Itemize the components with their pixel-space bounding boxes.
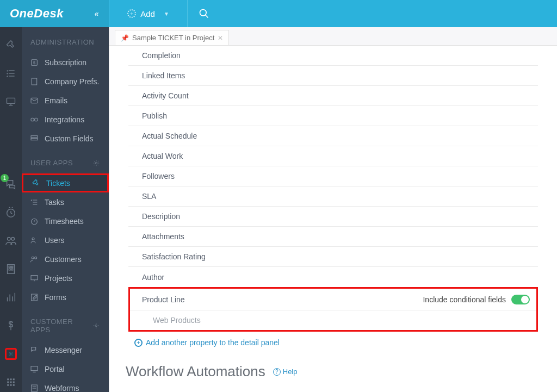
svg-rect-27 — [10, 378, 12, 380]
field-label: Satisfaction Rating — [142, 252, 206, 261]
add-label: Add — [140, 9, 155, 18]
field-row[interactable]: Actual Schedule — [128, 126, 538, 146]
svg-point-53 — [35, 257, 37, 259]
rail-screen-icon[interactable] — [5, 96, 17, 108]
sidebar-item-messenger[interactable]: Messenger — [22, 340, 109, 359]
field-row[interactable]: Publish — [128, 106, 538, 126]
sidebar-item-custom-fields[interactable]: Custom Fields — [22, 129, 109, 148]
sidebar-item-users[interactable]: Users — [22, 231, 109, 250]
sidebar-item-forms[interactable]: Forms — [22, 288, 109, 307]
rail-apps-icon[interactable] — [5, 376, 17, 388]
field-row[interactable]: Linked Items — [128, 66, 538, 86]
gear-icon[interactable] — [92, 159, 100, 167]
checklist-icon — [29, 197, 39, 207]
svg-rect-28 — [13, 378, 15, 380]
sidebar-item-company[interactable]: Company Prefs. — [22, 72, 109, 91]
sidebar-item-label: Customers — [45, 255, 82, 264]
field-row[interactable]: Completion — [128, 46, 538, 66]
conditional-fields-label: Include conditional fields — [423, 295, 506, 304]
link-icon — [29, 115, 39, 125]
conditional-subfield-row[interactable]: Web Products — [130, 310, 536, 330]
field-row[interactable]: Attachments — [128, 227, 538, 247]
close-icon[interactable]: ✕ — [218, 34, 223, 42]
field-label: Actual Schedule — [142, 132, 197, 140]
field-row[interactable]: SLA — [128, 186, 538, 207]
content: Completion Linked Items Activity Count P… — [109, 46, 557, 392]
tab-sample-ticket[interactable]: 📌 Sample TICKET in Project ✕ — [115, 30, 229, 45]
svg-point-45 — [95, 162, 97, 164]
rail-users-icon[interactable] — [5, 235, 17, 247]
field-label: Linked Items — [142, 71, 185, 80]
field-row[interactable]: Actual Work — [128, 146, 538, 166]
sidebar-item-tickets[interactable]: Tickets — [22, 173, 109, 192]
field-row[interactable]: Description — [128, 207, 538, 227]
tab-title: Sample TICKET in Project — [132, 34, 214, 42]
svg-rect-44 — [31, 138, 38, 140]
rail-settings-icon[interactable] — [5, 348, 17, 360]
monitor-icon — [29, 364, 39, 374]
svg-line-12 — [12, 207, 13, 208]
sidebar-item-label: Tickets — [46, 179, 70, 188]
svg-rect-37 — [32, 78, 36, 85]
plus-circle-icon: + — [134, 339, 143, 347]
rail-finance-icon[interactable] — [5, 320, 17, 332]
projects-icon — [29, 273, 39, 283]
conditional-fields-toggle[interactable] — [511, 295, 530, 304]
sidebar-item-projects[interactable]: Projects — [22, 269, 109, 288]
sidebar-item-subscription[interactable]: $Subscription — [22, 53, 109, 72]
sidebar-item-label: Integrations — [45, 115, 84, 124]
sidebar-item-customers[interactable]: Customers — [22, 250, 109, 269]
highlighted-field-product-line: Product Line Include conditional fields … — [128, 287, 538, 332]
users-icon — [29, 235, 39, 245]
sidebar-item-label: Projects — [45, 274, 72, 283]
help-link[interactable]: ?Help — [273, 368, 298, 376]
sidebar-item-integrations[interactable]: Integrations — [22, 110, 109, 129]
svg-rect-29 — [7, 382, 9, 383]
rail-pin-icon[interactable] — [5, 39, 17, 51]
ticket-icon — [31, 178, 41, 188]
chevron-down-icon: ▼ — [164, 11, 169, 17]
svg-rect-54 — [31, 275, 38, 279]
svg-rect-18 — [9, 269, 10, 270]
badge: 1 — [1, 174, 9, 182]
field-label: Followers — [142, 172, 175, 181]
gear-icon[interactable] — [92, 322, 100, 329]
field-row[interactable]: Activity Count — [128, 86, 538, 106]
sidebar-item-webforms[interactable]: Webforms — [22, 378, 109, 392]
rail-projects-icon[interactable] — [5, 263, 17, 275]
field-row[interactable]: Satisfaction Rating — [128, 247, 538, 267]
sidebar-item-label: Timesheets — [45, 217, 84, 226]
svg-line-10 — [11, 213, 13, 214]
rail-tasks-icon[interactable] — [5, 67, 17, 79]
svg-point-51 — [32, 238, 34, 240]
svg-point-57 — [96, 325, 97, 326]
svg-point-49 — [32, 219, 38, 225]
field-label: Publish — [142, 111, 167, 120]
svg-rect-33 — [10, 384, 12, 386]
icon-rail: 1 — [0, 27, 22, 392]
add-property-button[interactable]: + Add another property to the detail pan… — [134, 338, 557, 347]
svg-rect-17 — [11, 266, 13, 268]
building-icon — [29, 77, 39, 86]
rail-analytics-icon[interactable] — [5, 291, 17, 303]
field-label: Activity Count — [142, 91, 189, 100]
product-line-row[interactable]: Product Line Include conditional fields — [130, 289, 536, 310]
add-button[interactable]: + Add ▼ — [109, 0, 188, 27]
sidebar-item-emails[interactable]: Emails — [22, 91, 109, 110]
search-button[interactable] — [188, 8, 220, 19]
svg-point-13 — [8, 238, 10, 241]
svg-rect-58 — [31, 366, 38, 370]
sidebar-item-label: Messenger — [45, 346, 82, 354]
field-row[interactable]: Followers — [128, 166, 538, 186]
svg-line-11 — [9, 207, 10, 208]
sidebar-item-timesheets[interactable]: Timesheets — [22, 211, 109, 231]
sidebar-item-tasks[interactable]: Tasks — [22, 192, 109, 211]
sidebar-item-portal[interactable]: Portal — [22, 359, 109, 378]
rail-messages-icon[interactable]: 1 — [5, 178, 17, 190]
svg-rect-34 — [13, 384, 15, 386]
rail-clock-icon[interactable] — [5, 207, 17, 219]
svg-point-52 — [32, 257, 34, 259]
sidebar-header-customer-apps: CUSTOMER APPS — [22, 307, 109, 340]
field-row[interactable]: Author — [128, 267, 538, 287]
sidebar-collapse-icon[interactable]: « — [90, 9, 103, 18]
